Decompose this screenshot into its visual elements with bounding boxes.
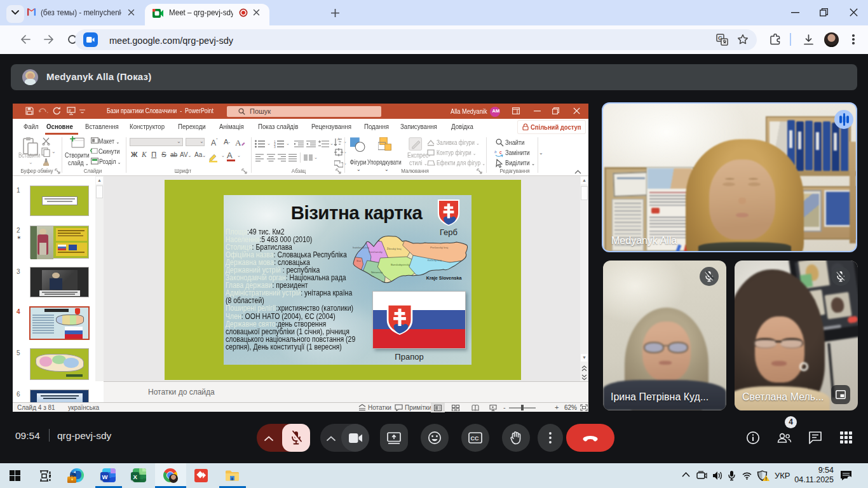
svg-text:Prešovský kraj: Prešovský kraj bbox=[430, 246, 448, 249]
svg-text:Nitriansky: Nitriansky bbox=[371, 271, 383, 274]
svg-text:CC: CC bbox=[471, 435, 479, 442]
svg-text:Brat.: Brat. bbox=[356, 260, 361, 262]
svg-text:b: b bbox=[494, 149, 497, 154]
svg-text:Trenčiansky: Trenčiansky bbox=[369, 250, 383, 254]
svg-text:Banskobystrický: Banskobystrický bbox=[391, 263, 410, 266]
svg-text:Bratislavsky kraj: Bratislavsky kraj bbox=[353, 247, 369, 249]
svg-text:Kraje Slovenska: Kraje Slovenska bbox=[426, 276, 462, 281]
svg-text:c: c bbox=[499, 150, 502, 154]
svg-text:A: A bbox=[235, 138, 241, 147]
svg-text:Žilinský kraj: Žilinský kraj bbox=[387, 247, 402, 250]
svg-text:3: 3 bbox=[274, 145, 276, 148]
svg-text:А: А bbox=[227, 151, 233, 160]
svg-text:Košický kraj: Košický kraj bbox=[428, 259, 442, 262]
